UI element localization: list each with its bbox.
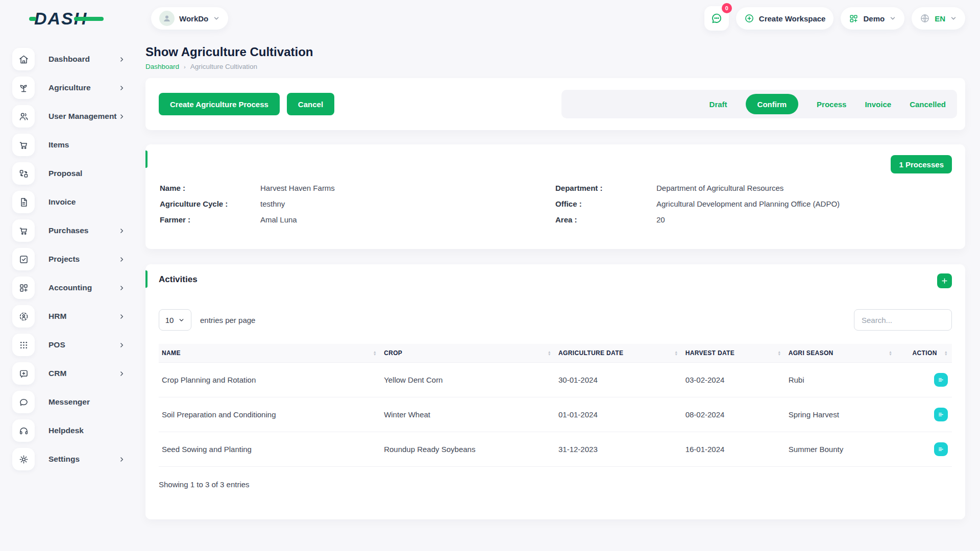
cart-icon xyxy=(12,134,35,156)
create-workspace-button[interactable]: Create Workspace xyxy=(736,7,834,30)
cell-crop: Roundup Ready Soybeans xyxy=(381,432,555,467)
sidebar-item-settings[interactable]: Settings xyxy=(12,445,145,473)
logo-accent-dot xyxy=(29,17,36,21)
cell-agriculture-date: 01-01-2024 xyxy=(555,397,682,432)
column-header-crop[interactable]: CROP▲▼ xyxy=(381,344,555,363)
messenger-badge: 0 xyxy=(722,3,732,13)
sidebar-item-label: Agriculture xyxy=(48,83,118,92)
column-header-agri-season[interactable]: AGRI SEASON▲▼ xyxy=(786,344,897,363)
column-header-harvest-date[interactable]: HARVEST DATE▲▼ xyxy=(682,344,786,363)
entries-per-page-select[interactable]: 10 xyxy=(159,309,191,331)
tab-confirm[interactable]: Confirm xyxy=(746,94,799,114)
chevron-down-icon xyxy=(889,15,896,22)
sidebar-item-purchases[interactable]: Purchases xyxy=(12,216,145,245)
sidebar-item-label: Dashboard xyxy=(48,55,118,64)
sidebar-item-projects[interactable]: Projects xyxy=(12,245,145,273)
sidebar-item-invoice[interactable]: Invoice xyxy=(12,188,145,216)
sidebar-item-label: Proposal xyxy=(48,169,145,178)
cell-crop: Yellow Dent Corn xyxy=(381,363,555,397)
chat-dots-icon xyxy=(710,12,723,24)
breadcrumb-dashboard-link[interactable]: Dashboard xyxy=(145,63,179,70)
sidebar-item-messenger[interactable]: Messenger xyxy=(12,388,145,416)
sprout-icon xyxy=(12,77,35,99)
row-actions-button[interactable] xyxy=(934,442,948,456)
sidebar-item-user-management[interactable]: User Management xyxy=(12,102,145,131)
person-target-icon xyxy=(12,305,35,328)
language-dropdown[interactable]: EN xyxy=(912,7,965,30)
tab-cancelled[interactable]: Cancelled xyxy=(910,100,946,109)
row-actions-button[interactable] xyxy=(934,408,948,421)
logo-zone: DASH xyxy=(0,9,145,29)
cancel-button[interactable]: Cancel xyxy=(287,93,334,115)
field-value: Department of Agricultural Resources xyxy=(656,184,783,192)
headphones-icon xyxy=(12,419,35,442)
column-header-action[interactable]: ACTION▲▼ xyxy=(896,344,952,363)
sidebar-item-accounting[interactable]: Accounting xyxy=(12,273,145,302)
brand-logo: DASH xyxy=(34,9,87,29)
sidebar-item-agriculture[interactable]: Agriculture xyxy=(12,73,145,102)
create-agriculture-process-button[interactable]: Create Agriculture Process xyxy=(159,93,280,115)
field-value: Harvest Haven Farms xyxy=(260,184,335,192)
field-name: Name : Harvest Haven Farms xyxy=(160,184,555,192)
sidebar-item-hrm[interactable]: HRM xyxy=(12,302,145,331)
breadcrumb: Dashboard › Agriculture Cultivation xyxy=(145,63,965,70)
field-department: Department : Department of Agricultural … xyxy=(555,184,951,192)
chevron-right-icon xyxy=(118,85,125,91)
language-label: EN xyxy=(935,14,945,23)
table-row: Soil Preparation and Conditioning Winter… xyxy=(159,397,952,432)
add-activity-button[interactable] xyxy=(937,273,952,288)
topbar-right: 0 Create Workspace Demo EN xyxy=(704,6,965,31)
activities-title: Activities xyxy=(159,274,952,285)
list-icon xyxy=(938,411,944,418)
sidebar: Dashboard Agriculture User Management xyxy=(0,37,145,473)
messenger-button[interactable]: 0 xyxy=(704,6,729,31)
demo-dropdown[interactable]: Demo xyxy=(841,7,904,30)
workspace-avatar xyxy=(159,11,175,26)
user-icon xyxy=(162,14,172,23)
field-value: Agricultural Development and Planning Of… xyxy=(656,199,840,208)
field-label: Agriculture Cycle : xyxy=(160,199,260,208)
column-header-name[interactable]: NAME▲▼ xyxy=(159,344,381,363)
workspace-switcher[interactable]: WorkDo xyxy=(151,7,228,30)
chat-bubble-icon xyxy=(12,391,35,413)
activities-table: NAME▲▼ CROP▲▼ AGRICULTURE DATE▲▼ HARVEST… xyxy=(159,344,952,467)
breadcrumb-separator: › xyxy=(184,64,186,70)
main-content: Show Agriculture Cultivation Dashboard ›… xyxy=(145,37,980,519)
column-header-agriculture-date[interactable]: AGRICULTURE DATE▲▼ xyxy=(555,344,682,363)
plus-circle-icon xyxy=(744,13,754,23)
field-value: Amal Luna xyxy=(260,215,297,224)
sidebar-item-label: Purchases xyxy=(48,226,118,235)
sidebar-item-proposal[interactable]: Proposal xyxy=(12,159,145,188)
sidebar-item-pos[interactable]: POS xyxy=(12,331,145,359)
sidebar-item-label: Messenger xyxy=(48,397,145,407)
table-row: Crop Planning and Rotation Yellow Dent C… xyxy=(159,363,952,397)
field-value: 20 xyxy=(656,215,665,224)
tab-invoice[interactable]: Invoice xyxy=(865,100,891,109)
search-input[interactable] xyxy=(854,309,952,331)
sidebar-item-helpdesk[interactable]: Helpdesk xyxy=(12,416,145,445)
users-icon xyxy=(12,105,35,128)
tab-draft[interactable]: Draft xyxy=(709,100,727,109)
globe-icon xyxy=(920,13,930,23)
table-entries-summary: Showing 1 to 3 of 3 entries xyxy=(159,480,952,489)
chevron-right-icon xyxy=(118,228,125,234)
sidebar-item-items[interactable]: Items xyxy=(12,131,145,159)
cell-crop: Winter Wheat xyxy=(381,397,555,432)
dots-grid-icon xyxy=(12,334,35,356)
processes-button[interactable]: 1 Processes xyxy=(891,155,952,173)
sidebar-item-crm[interactable]: CRM xyxy=(12,359,145,388)
topbar: DASH WorkDo 0 Create Workspace xyxy=(0,0,980,37)
create-workspace-label: Create Workspace xyxy=(759,14,826,23)
card-accent-bar xyxy=(145,270,148,288)
sidebar-item-label: User Management xyxy=(48,112,118,121)
sidebar-item-label: Helpdesk xyxy=(48,426,145,435)
activities-card: Activities 10 entries per page xyxy=(145,264,965,519)
home-icon xyxy=(12,48,35,70)
app-page: DASH WorkDo 0 Create Workspace xyxy=(0,0,980,551)
row-actions-button[interactable] xyxy=(934,373,948,387)
tab-process[interactable]: Process xyxy=(817,100,846,109)
demo-label: Demo xyxy=(863,14,885,23)
status-tabs: Draft Confirm Process Invoice Cancelled xyxy=(561,90,957,118)
sidebar-item-label: Invoice xyxy=(48,197,145,207)
sidebar-item-dashboard[interactable]: Dashboard xyxy=(12,45,145,73)
